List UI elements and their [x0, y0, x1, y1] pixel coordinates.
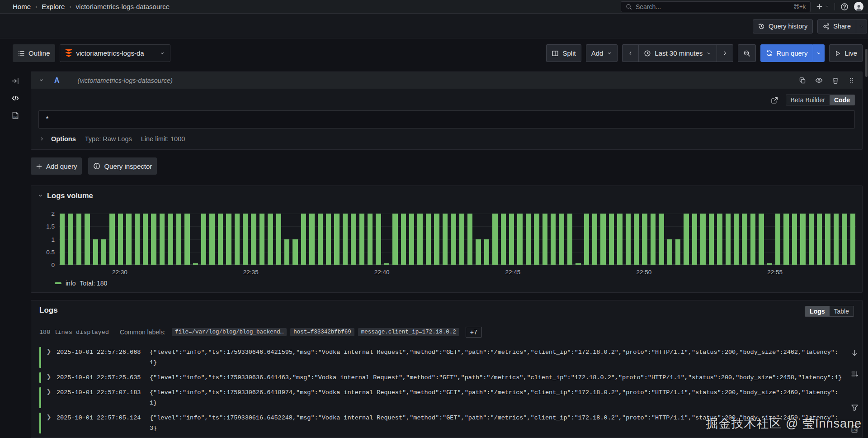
volume-bar[interactable]: [268, 214, 273, 265]
volume-bar[interactable]: [451, 214, 456, 265]
volume-bar[interactable]: [492, 214, 497, 265]
volume-bar[interactable]: [359, 214, 364, 265]
volume-bar[interactable]: [750, 214, 755, 265]
volume-bar[interactable]: [551, 214, 556, 265]
volume-bar[interactable]: [842, 214, 847, 265]
volume-bar[interactable]: [717, 214, 722, 265]
volume-bar[interactable]: [642, 214, 647, 265]
volume-bar[interactable]: [834, 214, 839, 265]
collapse-query-icon[interactable]: [38, 77, 44, 83]
datasource-picker[interactable]: victoriametrics-logs-da: [60, 44, 170, 62]
volume-bar[interactable]: [584, 214, 589, 265]
breadcrumb-item[interactable]: Explore: [42, 3, 65, 10]
breadcrumb-item[interactable]: victoriametrics-logs-datasource: [76, 3, 170, 10]
volume-bar[interactable]: [93, 239, 98, 265]
zoom-out-button[interactable]: [738, 44, 756, 62]
volume-bar[interactable]: [326, 214, 331, 265]
volume-bar[interactable]: [617, 214, 622, 265]
outline-logs-button[interactable]: LOG: [10, 110, 21, 121]
volume-bar[interactable]: [659, 214, 664, 265]
volume-bar[interactable]: [734, 214, 739, 265]
volume-bar[interactable]: [526, 214, 531, 265]
volume-bar[interactable]: [467, 214, 472, 265]
volume-bar[interactable]: [68, 214, 73, 265]
drag-query-handle[interactable]: [848, 77, 855, 84]
volume-bar[interactable]: [592, 214, 597, 265]
volume-bar[interactable]: [609, 214, 614, 265]
chart-legend[interactable]: info Total: 180: [55, 280, 856, 287]
volume-bar[interactable]: [368, 214, 373, 265]
volume-bar[interactable]: [284, 239, 289, 265]
volume-bar[interactable]: [742, 214, 747, 265]
volume-bar[interactable]: [559, 214, 564, 265]
volume-bar[interactable]: [209, 214, 214, 265]
delete-query-button[interactable]: [832, 77, 839, 84]
expand-log-icon[interactable]: ❯: [44, 372, 54, 383]
volume-bar[interactable]: [376, 214, 381, 265]
volume-bar[interactable]: [343, 214, 348, 265]
volume-bar[interactable]: [201, 214, 206, 265]
volume-bar[interactable]: [334, 214, 339, 265]
log-row[interactable]: ❯2025-10-01 22:57:05.124{"level":"info",…: [39, 411, 854, 437]
volume-bar[interactable]: [276, 214, 281, 265]
volume-bar[interactable]: [118, 214, 123, 265]
outline-queries-button[interactable]: [10, 93, 21, 104]
filter-button[interactable]: [851, 404, 859, 411]
volume-bar[interactable]: [426, 214, 431, 265]
add-query-button[interactable]: Add query: [31, 157, 82, 175]
table-view-button[interactable]: Table: [830, 306, 854, 316]
volume-bar[interactable]: [542, 214, 547, 265]
log-row[interactable]: ❯2025-10-01 22:57:07.183{"level":"info",…: [39, 386, 854, 411]
volume-bar[interactable]: [692, 214, 697, 265]
live-button[interactable]: Live: [829, 44, 863, 62]
volume-bar[interactable]: [709, 214, 714, 265]
query-inspector-button[interactable]: Query inspector: [88, 157, 157, 175]
volume-bar[interactable]: [109, 214, 114, 265]
volume-bar[interactable]: [85, 214, 90, 265]
volume-bar[interactable]: [176, 214, 181, 265]
volume-bar[interactable]: [509, 214, 514, 265]
split-button[interactable]: Split: [546, 44, 581, 62]
time-range-picker[interactable]: Last 30 minutes: [639, 44, 717, 62]
volume-bar[interactable]: [76, 214, 81, 265]
volume-bar[interactable]: [675, 239, 680, 265]
volume-bar[interactable]: [443, 214, 448, 265]
more-labels-button[interactable]: +7: [466, 327, 482, 338]
user-avatar[interactable]: [854, 2, 863, 11]
volume-bar[interactable]: [534, 214, 539, 265]
expand-log-icon[interactable]: ❯: [44, 387, 54, 408]
code-mode-button[interactable]: Code: [830, 95, 854, 105]
log-row[interactable]: ❯2025-10-01 22:57:26.668{"level":"info",…: [39, 346, 854, 371]
volume-bar[interactable]: [60, 214, 65, 265]
volume-bar[interactable]: [783, 214, 788, 265]
volume-bar[interactable]: [126, 214, 131, 265]
collapse-section-icon[interactable]: [38, 193, 43, 199]
options-toggle[interactable]: Options: [51, 135, 76, 143]
volume-bar[interactable]: [160, 214, 165, 265]
volume-bar[interactable]: [101, 239, 106, 265]
open-in-builder-button[interactable]: [771, 96, 778, 104]
volume-bar[interactable]: [151, 214, 156, 265]
volume-bar[interactable]: [401, 214, 406, 265]
volume-bar[interactable]: [184, 214, 189, 265]
volume-bar[interactable]: [309, 214, 314, 265]
volume-bar[interactable]: [417, 214, 422, 265]
volume-bar[interactable]: [700, 214, 705, 265]
volume-bar[interactable]: [726, 214, 731, 265]
new-button[interactable]: [815, 2, 830, 11]
query-history-button[interactable]: Query history: [753, 19, 813, 33]
share-button[interactable]: Share: [817, 19, 856, 33]
volume-bar[interactable]: [301, 214, 306, 265]
expand-outline-button[interactable]: [10, 76, 21, 86]
query-row-header[interactable]: A (victoriametrics-logs-datasource): [31, 72, 862, 89]
time-shift-forward-button[interactable]: [717, 44, 733, 62]
volume-bar[interactable]: [143, 214, 148, 265]
sort-order-button[interactable]: [851, 370, 859, 378]
breadcrumb-item[interactable]: Home: [13, 3, 31, 10]
volume-bar[interactable]: [476, 239, 481, 265]
scroll-to-bottom-button[interactable]: [851, 349, 859, 357]
log-details-button[interactable]: LOG: [850, 425, 859, 433]
run-query-button[interactable]: Run query: [760, 44, 813, 62]
time-shift-back-button[interactable]: [622, 44, 639, 62]
volume-bar[interactable]: [235, 214, 240, 265]
